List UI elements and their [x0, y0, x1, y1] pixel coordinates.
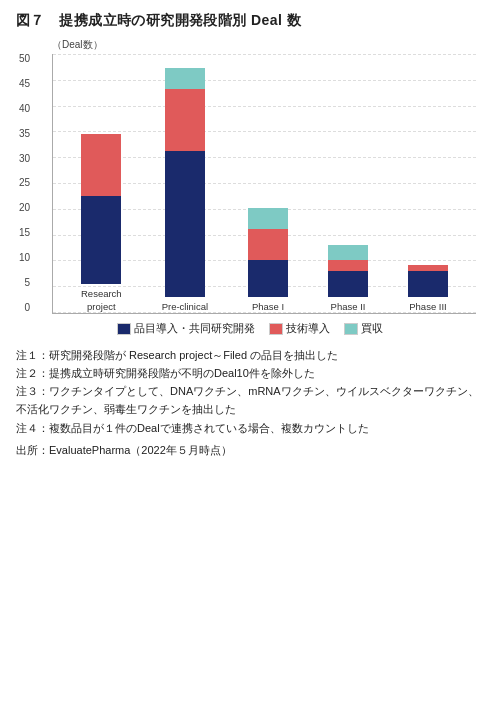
y-tick: 5: [25, 278, 31, 288]
bar-stack: [328, 245, 368, 297]
bar-column: Research project: [81, 54, 122, 313]
bar-column: Phase II: [328, 54, 368, 313]
y-tick: 0: [25, 303, 31, 313]
chart-title: 図７ 提携成立時の研究開発段階別 Deal 数: [16, 12, 484, 30]
bar-stack: [248, 208, 288, 296]
legend-color-box: [117, 323, 131, 335]
y-tick: 15: [19, 228, 30, 238]
notes-section: 注１：研究開発段階が Research project～Filed の品目を抽出…: [16, 346, 484, 437]
bar-segment: [165, 89, 205, 151]
y-tick: 40: [19, 104, 30, 114]
legend-color-box: [344, 323, 358, 335]
bar-segment: [328, 271, 368, 297]
legend-label: 品目導入・共同研究開発: [134, 322, 255, 336]
y-tick: 20: [19, 203, 30, 213]
y-tick: 45: [19, 79, 30, 89]
note-line: 注３：ワクチンタイプとして、DNAワクチン、mRNAワクチン、ウイルスベクターワ…: [16, 382, 484, 418]
bar-segment: [408, 271, 448, 297]
bar-stack: [165, 68, 205, 297]
y-tick: 30: [19, 154, 30, 164]
legend: 品目導入・共同研究開発技術導入買収: [16, 322, 484, 336]
bar-stack: [81, 134, 121, 285]
y-tick: 35: [19, 129, 30, 139]
bars-group: Research projectPre-clinicalPhase IPhase…: [53, 54, 476, 313]
legend-label: 買収: [361, 322, 383, 336]
legend-item: 品目導入・共同研究開発: [117, 322, 255, 336]
y-tick: 25: [19, 178, 30, 188]
bar-segment: [81, 134, 121, 196]
y-tick: 50: [19, 54, 30, 64]
source: 出所：EvaluatePharma（2022年５月時点）: [16, 443, 484, 458]
y-axis-label: （Deal数）: [52, 38, 484, 52]
note-line: 注４：複数品目が１件のDealで連携されている場合、複数カウントした: [16, 419, 484, 437]
y-axis-labels: 50454035302520151050: [19, 54, 30, 313]
bar-label: Phase III: [409, 301, 447, 313]
bar-column: Phase I: [248, 54, 288, 313]
bar-segment: [248, 229, 288, 260]
bar-stack: [408, 265, 448, 296]
note-line: 注１：研究開発段階が Research project～Filed の品目を抽出…: [16, 346, 484, 364]
bar-label: Research project: [81, 288, 122, 313]
bar-segment: [328, 260, 368, 270]
legend-label: 技術導入: [286, 322, 330, 336]
bar-label: Phase II: [331, 301, 366, 313]
bar-segment: [248, 260, 288, 296]
chart-area: （Deal数） 50454035302520151050 Research pr…: [16, 38, 484, 336]
legend-item: 買収: [344, 322, 383, 336]
bar-label: Phase I: [252, 301, 284, 313]
bar-label: Pre-clinical: [162, 301, 208, 313]
bar-column: Phase III: [408, 54, 448, 313]
legend-color-box: [269, 323, 283, 335]
bar-segment: [328, 245, 368, 261]
bar-column: Pre-clinical: [162, 54, 208, 313]
y-tick: 10: [19, 253, 30, 263]
bar-segment: [165, 68, 205, 89]
chart-inner: 50454035302520151050 Research projectPre…: [52, 54, 476, 314]
bar-segment: [165, 151, 205, 297]
note-line: 注２：提携成立時研究開発段階が不明のDeal10件を除外した: [16, 364, 484, 382]
bar-segment: [81, 196, 121, 284]
legend-item: 技術導入: [269, 322, 330, 336]
bar-segment: [248, 208, 288, 229]
